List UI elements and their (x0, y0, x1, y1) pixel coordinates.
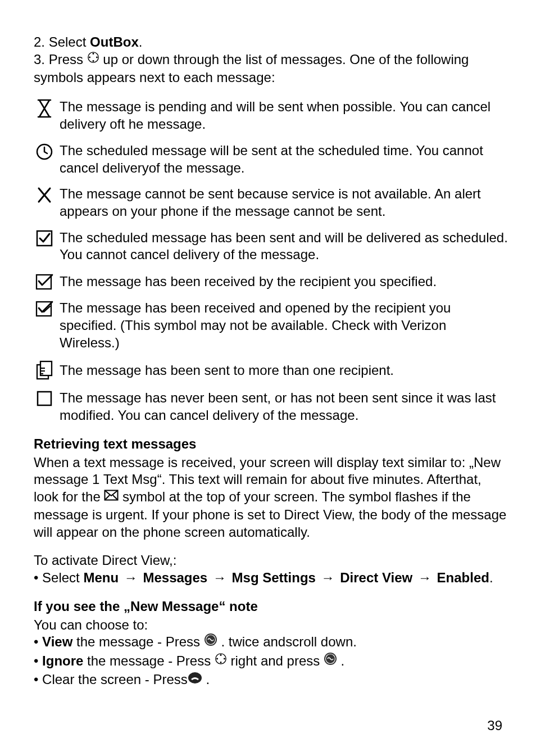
ignore-prefix: • (34, 653, 42, 668)
step3-before: 3. Press (34, 52, 87, 67)
symbol-row-multiple: The message has been sent to more than o… (34, 360, 508, 381)
svg-point-1 (92, 53, 94, 55)
view-after: . twice andscroll down. (217, 634, 357, 649)
symbol-text: The message has been received and opened… (60, 300, 508, 351)
newmsg-intro: You can choose to: (34, 617, 508, 634)
retrieving-heading: Retrieving text messages (34, 436, 508, 453)
clear-after: . (202, 672, 210, 687)
retrieving-section: Retrieving text messages When a text mes… (34, 436, 508, 587)
bullet-ignore: • Ignore the message - Press right and p… (34, 653, 508, 671)
ok-button-icon (324, 652, 337, 670)
symbol-row-scheduled: The scheduled message will be sent at th… (34, 142, 508, 176)
menu-path-1: Messages (143, 570, 207, 585)
svg-point-4 (96, 57, 98, 58)
envelope-icon (104, 488, 119, 505)
menu-path-3: Direct View (340, 570, 412, 585)
ignore-after: . (337, 653, 344, 668)
step2-suffix: . (139, 34, 143, 49)
clear-before: • Clear the screen - Press (34, 672, 188, 687)
arrow-icon: → (122, 569, 139, 587)
newmsg-heading: If you see the „New Message“ note (34, 598, 508, 615)
step2-bold: OutBox (90, 34, 139, 49)
symbol-row-pending: The message is pending and will be sent … (34, 98, 508, 133)
documents-icon (34, 360, 55, 381)
nav-circle-icon (215, 652, 227, 669)
menu-path-0: Menu (83, 570, 119, 585)
nav-circle-icon (87, 51, 99, 68)
intro-steps: 2. Select OutBox. 3. Press up or down th… (34, 34, 508, 86)
symbol-text: The message cannot be sent because servi… (60, 185, 508, 220)
step2-prefix: 2. Select (34, 34, 90, 49)
check-box-double-icon (34, 273, 55, 291)
svg-point-16 (220, 654, 221, 656)
symbol-row-received: The message has been received by the rec… (34, 273, 508, 291)
svg-point-3 (89, 57, 90, 58)
bullet-clear: • Clear the screen - Press . (34, 671, 508, 689)
end-call-icon (188, 671, 202, 689)
view-bold: View (42, 634, 72, 649)
activate-intro: To activate Direct View,: (34, 552, 508, 569)
empty-box-icon (34, 390, 55, 408)
newmsg-section: If you see the „New Message“ note You ca… (34, 598, 508, 689)
symbol-text: The message has never been sent, or has … (60, 390, 508, 424)
check-box-open-icon (34, 300, 55, 318)
retrieving-para: When a text message is received, your sc… (34, 454, 508, 541)
ok-button-icon (204, 633, 217, 651)
symbol-row-sent-scheduled: The scheduled message has been sent and … (34, 229, 508, 264)
menu-path-2: Msg Settings (232, 570, 316, 585)
activate-prefix: • Select (34, 570, 83, 585)
bullet-view: • View the message - Press . twice andsc… (34, 633, 508, 652)
x-icon (34, 185, 55, 205)
ignore-mid: the message - Press (83, 653, 214, 668)
step-3: 3. Press up or down through the list of … (34, 51, 508, 87)
hourglass-icon (34, 98, 55, 119)
step-2: 2. Select OutBox. (34, 34, 508, 51)
clock-icon (34, 142, 55, 161)
arrow-icon: → (211, 569, 228, 587)
symbol-row-never-sent: The message has never been sent, or has … (34, 390, 508, 424)
view-mid: the message - Press (72, 634, 203, 649)
svg-rect-11 (38, 392, 51, 405)
symbol-text: The scheduled message will be sent at th… (60, 142, 508, 176)
check-box-icon (34, 229, 55, 247)
arrow-icon: → (320, 569, 337, 587)
symbol-text: The scheduled message has been sent and … (60, 229, 508, 264)
menu-path-4: Enabled (437, 570, 489, 585)
ignore-bold: Ignore (42, 653, 83, 668)
svg-point-17 (220, 662, 221, 663)
symbol-text: The message has been received by the rec… (60, 273, 508, 291)
activate-line: • Select Menu → Messages → Msg Settings … (34, 569, 508, 587)
svg-point-19 (224, 658, 225, 660)
symbol-row-opened: The message has been received and opened… (34, 300, 508, 351)
symbol-text: The message has been sent to more than o… (60, 362, 508, 379)
symbol-text: The message is pending and will be sent … (60, 98, 508, 133)
svg-point-2 (92, 60, 94, 62)
view-prefix: • (34, 634, 42, 649)
page-number: 39 (487, 717, 502, 735)
ignore-mid2: right and press (227, 653, 324, 668)
arrow-icon: → (416, 569, 433, 587)
svg-point-18 (216, 658, 218, 660)
symbol-row-failed: The message cannot be sent because servi… (34, 185, 508, 220)
